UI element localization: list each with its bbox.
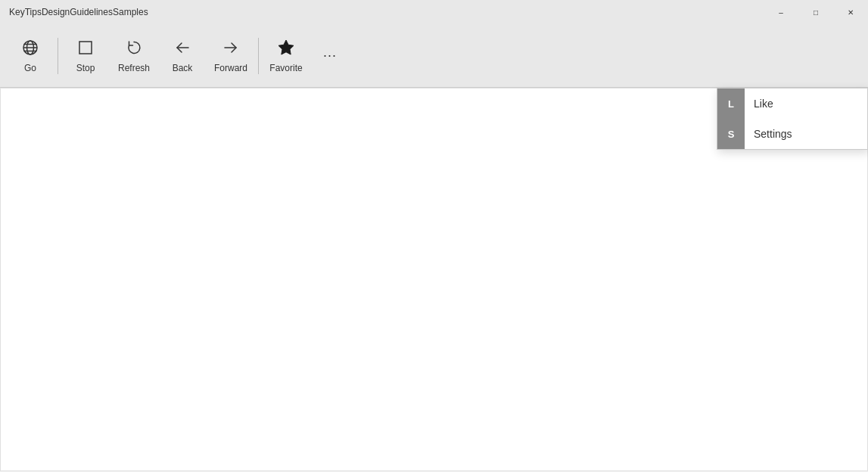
go-button[interactable]: Go xyxy=(6,29,54,83)
refresh-icon xyxy=(125,39,143,60)
settings-label: Settings xyxy=(754,128,792,140)
like-keytip: L xyxy=(717,88,745,119)
favorite-button[interactable]: Favorite xyxy=(262,29,310,83)
svg-marker-8 xyxy=(278,40,294,54)
star-icon xyxy=(277,39,295,60)
minimize-button[interactable]: – xyxy=(764,0,798,24)
stop-button[interactable]: Stop xyxy=(61,29,110,83)
back-button[interactable]: Back xyxy=(158,29,207,83)
favorite-label: Favorite xyxy=(269,63,302,73)
forward-icon xyxy=(222,39,240,60)
go-label: Go xyxy=(24,63,36,73)
forward-label: Forward xyxy=(214,63,247,73)
toolbar: Go Stop Refresh Back xyxy=(0,24,868,88)
settings-menu-item[interactable]: S Settings xyxy=(717,119,867,149)
separator-1 xyxy=(58,38,58,74)
settings-keytip: S xyxy=(717,119,745,149)
globe-icon xyxy=(21,39,39,60)
dropdown-menu: L Like S Settings xyxy=(717,88,868,150)
square-icon xyxy=(76,39,95,60)
forward-button[interactable]: Forward xyxy=(207,29,255,83)
window-controls: – □ ✕ xyxy=(764,0,868,24)
like-label: Like xyxy=(754,98,773,110)
refresh-button[interactable]: Refresh xyxy=(110,29,158,83)
app-title: KeyTipsDesignGuidelinesSamples xyxy=(9,7,148,17)
ellipsis-icon: ··· xyxy=(323,48,337,64)
separator-2 xyxy=(258,38,259,74)
svg-rect-5 xyxy=(79,42,92,54)
stop-label: Stop xyxy=(76,63,95,73)
refresh-label: Refresh xyxy=(118,63,150,73)
like-menu-item[interactable]: L Like xyxy=(717,88,867,119)
close-button[interactable]: ✕ xyxy=(833,0,868,24)
maximize-button[interactable]: □ xyxy=(798,0,833,24)
title-bar: KeyTipsDesignGuidelinesSamples – □ ✕ xyxy=(0,0,868,24)
more-button[interactable]: ··· xyxy=(316,42,344,70)
back-icon xyxy=(173,39,191,60)
back-label: Back xyxy=(173,63,193,73)
